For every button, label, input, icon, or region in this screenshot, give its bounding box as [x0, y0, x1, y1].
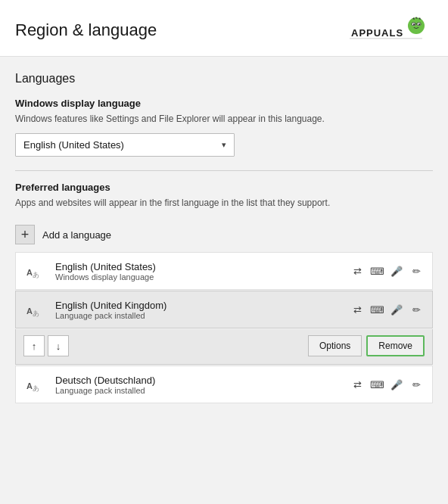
svg-text:A: A	[26, 268, 33, 277]
header: Region & language	[0, 0, 448, 57]
page-title: Region & language	[15, 20, 157, 40]
lang-icon-en-uk: A あ	[23, 297, 48, 322]
svg-text:あ: あ	[33, 310, 39, 317]
preferred-languages-label: Preferred languages	[15, 182, 433, 193]
svg-point-5	[418, 23, 420, 25]
svg-text:あ: あ	[33, 384, 39, 392]
language-item-deutsch[interactable]: A あ Deutsch (Deutschland) Language pack …	[15, 366, 433, 403]
lang-status-en-uk: Language pack installed	[55, 311, 166, 320]
page: Region & language	[0, 0, 448, 419]
lang-icon-en-us: A あ	[23, 259, 48, 283]
lang-left-uk: A あ English (United Kingdom) Language pa…	[23, 297, 166, 322]
language-item-english-uk[interactable]: A あ English (United Kingdom) Language pa…	[15, 291, 433, 328]
move-up-button[interactable]: ↑	[23, 335, 45, 356]
lang-actions-en-uk: ⇄ ⌨ 🎤 ✏	[349, 301, 425, 318]
svg-point-4	[413, 23, 415, 25]
microphone-icon-de[interactable]: 🎤	[388, 376, 405, 393]
lang-info-de: Deutsch (Deutschland) Language pack inst…	[55, 375, 155, 395]
lang-actions-de: ⇄ ⌨ 🎤 ✏	[349, 376, 425, 393]
microphone-icon[interactable]: 🎤	[388, 263, 405, 279]
options-button[interactable]: Options	[308, 335, 362, 356]
lang-left-de: A あ Deutsch (Deutschland) Language pack …	[23, 372, 155, 397]
svg-text:APPUALS: APPUALS	[351, 27, 403, 39]
windows-display-dropdown[interactable]: English (United States) ▾	[15, 133, 235, 157]
action-buttons: Options Remove	[308, 335, 425, 356]
selected-actions-row: ↑ ↓ Options Remove	[15, 329, 433, 365]
dropdown-selected-value: English (United States)	[23, 139, 124, 151]
languages-heading: Languages	[15, 72, 433, 86]
add-language-button[interactable]: +	[15, 225, 35, 244]
keyboard-icon-de[interactable]: ⌨	[369, 376, 385, 393]
chevron-down-icon: ▾	[222, 140, 226, 150]
move-down-button[interactable]: ↓	[48, 335, 69, 356]
lang-status-de: Language pack installed	[55, 386, 155, 395]
remove-button[interactable]: Remove	[366, 335, 425, 356]
down-arrow-icon: ↓	[56, 341, 61, 352]
svg-point-1	[409, 19, 423, 33]
lang-icon-de: A あ	[23, 372, 48, 397]
windows-display-desc: Windows features like Settings and File …	[15, 112, 433, 126]
language-options-icon-uk[interactable]: ⇄	[349, 301, 366, 318]
add-language-text: Add a language	[42, 229, 111, 241]
lang-actions-en-us: ⇄ ⌨ 🎤 ✏	[349, 263, 425, 279]
lang-info-en-us: English (United States) Windows display …	[55, 261, 156, 282]
arrow-buttons: ↑ ↓	[23, 335, 69, 356]
handwriting-icon[interactable]: ✏	[408, 263, 425, 279]
appuals-logo: APPUALS	[350, 15, 433, 45]
svg-rect-13	[350, 38, 422, 39]
windows-display-label: Windows display language	[15, 98, 433, 109]
lang-info-en-uk: English (United Kingdom) Language pack i…	[55, 300, 166, 320]
svg-text:A: A	[26, 381, 33, 390]
lang-status-en-us: Windows display language	[55, 272, 156, 282]
svg-text:あ: あ	[33, 271, 39, 278]
language-item-english-us[interactable]: A あ English (United States) Windows disp…	[15, 252, 433, 290]
plus-icon: +	[21, 227, 30, 243]
divider	[15, 170, 433, 171]
language-options-icon-de[interactable]: ⇄	[349, 376, 366, 393]
lang-name-en-uk: English (United Kingdom)	[55, 300, 166, 311]
keyboard-icon-uk[interactable]: ⌨	[369, 301, 385, 318]
keyboard-icon[interactable]: ⌨	[369, 263, 385, 279]
handwriting-icon-uk[interactable]: ✏	[408, 301, 425, 318]
logo-svg: APPUALS	[350, 15, 433, 45]
preferred-languages-desc: Apps and websites will appear in the fir…	[15, 196, 433, 210]
content: Languages Windows display language Windo…	[0, 57, 448, 419]
lang-name-de: Deutsch (Deutschland)	[55, 375, 155, 386]
up-arrow-icon: ↑	[32, 341, 37, 352]
handwriting-icon-de[interactable]: ✏	[408, 376, 425, 393]
lang-left: A あ English (United States) Windows disp…	[23, 259, 156, 283]
add-language-row[interactable]: + Add a language	[15, 219, 433, 250]
language-options-icon[interactable]: ⇄	[349, 263, 366, 279]
lang-name-en-us: English (United States)	[55, 261, 156, 272]
microphone-icon-uk[interactable]: 🎤	[388, 301, 405, 318]
svg-text:A: A	[26, 306, 33, 316]
